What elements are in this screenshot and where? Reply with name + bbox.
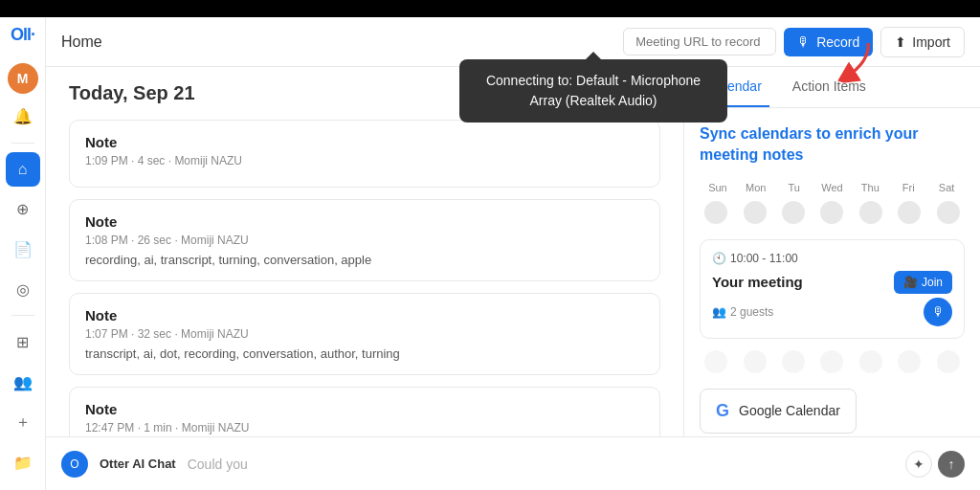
note-title-2: Note (85, 213, 644, 230)
send-button[interactable]: ↑ (938, 451, 965, 478)
cal-dot (898, 350, 921, 373)
profile-icon[interactable]: ⊕ (6, 192, 40, 227)
app-container: Oll· M 🔔 ⌂ ⊕ 📄 ◎ ⊞ 👥 ＋ 📁 Home 🎙 Record ⬆ (0, 17, 980, 490)
import-button[interactable]: ⬆ Import (880, 27, 965, 57)
main-wrapper: Home 🎙 Record ⬆ Import (46, 17, 980, 490)
day-wed: Wed (814, 182, 851, 193)
note-meta-3: 1:07 PM · 32 sec · Momiji NAZU (85, 327, 644, 341)
chat-input[interactable] (188, 457, 894, 472)
cal-dot (937, 350, 960, 373)
grid-icon[interactable]: ⊞ (6, 324, 40, 359)
meeting-card: 🕙 10:00 - 11:00 Your meeting 🎥 Join (700, 239, 965, 339)
add-icon[interactable]: ＋ (6, 405, 40, 439)
cal-dot (937, 201, 960, 224)
logo[interactable]: Oll· (11, 25, 34, 45)
note-meta-1: 1:09 PM · 4 sec · Momiji NAZU (85, 154, 644, 167)
connection-tooltip: Connecting to: Default - Microphone Arra… (459, 59, 727, 122)
chat-avatar: O (61, 451, 88, 478)
note-card-1[interactable]: Note 1:09 PM · 4 sec · Momiji NAZU (69, 120, 660, 188)
meeting-guests: 👥 2 guests (712, 305, 773, 319)
cal-dot (859, 201, 882, 224)
cal-dot (704, 201, 727, 224)
cal-dot (898, 201, 921, 224)
cal-dot (820, 201, 843, 224)
note-card-3[interactable]: Note 1:07 PM · 32 sec · Momiji NAZU tran… (69, 293, 660, 375)
calendar-day-headers: Sun Mon Tu Wed Thu Fri Sat (700, 182, 965, 193)
google-calendar-button[interactable]: G Google Calendar (700, 389, 857, 434)
meeting-title-row: Your meeting 🎥 Join (712, 271, 952, 294)
calendar-dots-row1 (700, 201, 965, 224)
note-meta-4: 12:47 PM · 1 min · Momiji NAZU (85, 421, 644, 434)
meeting-time: 🕙 10:00 - 11:00 (712, 252, 952, 265)
day-thu: Thu (852, 182, 888, 193)
chat-label: Otter AI Chat (100, 457, 176, 471)
user-avatar[interactable]: M (8, 63, 38, 94)
note-preview-2: recording, ai, transcript, turning, conv… (85, 253, 644, 267)
day-mon: Mon (738, 182, 774, 193)
folder-icon[interactable]: 📁 (6, 445, 40, 479)
note-title-1: Note (85, 134, 644, 150)
google-icon: G (716, 401, 729, 421)
note-meta-2: 1:08 PM · 26 sec · Momiji NAZU (85, 234, 644, 247)
cal-dot (744, 201, 767, 224)
sidebar-divider2 (11, 315, 34, 316)
note-preview-3: transcript, ai, dot, recording, conversa… (85, 346, 644, 361)
note-title-4: Note (85, 401, 644, 417)
note-card-4[interactable]: Note 12:47 PM · 1 min · Momiji NAZU (69, 387, 660, 436)
sync-heading: Sync calendars to enrich your meeting no… (700, 123, 965, 167)
sidebar-divider (11, 143, 34, 144)
day-sat: Sat (928, 182, 965, 193)
notes-icon[interactable]: 📄 (6, 233, 40, 267)
chat-actions: ✦ ↑ (905, 451, 965, 478)
mic-icon: 🎙 (797, 34, 811, 50)
right-panel-content: Sync calendars to enrich your meeting no… (684, 108, 980, 436)
upload-icon: ⬆ (895, 34, 906, 50)
day-fri: Fri (890, 182, 926, 193)
cal-dot (704, 350, 727, 373)
note-card-2[interactable]: Note 1:08 PM · 26 sec · Momiji NAZU reco… (69, 199, 660, 281)
mic-circle-button[interactable]: 🎙 (924, 298, 952, 326)
header-actions: 🎙 Record ⬆ Import (623, 27, 965, 57)
meeting-url-input[interactable] (623, 28, 776, 56)
day-sun: Sun (700, 182, 736, 193)
guests-icon: 👥 (712, 305, 726, 319)
video-icon: 🎥 (903, 276, 918, 289)
cal-dot (744, 350, 767, 373)
clock-icon: 🕙 (712, 252, 726, 265)
calendar-dots-row2 (700, 350, 965, 373)
top-bar (0, 0, 980, 17)
home-icon[interactable]: ⌂ (6, 152, 40, 187)
magic-button[interactable]: ✦ (905, 451, 932, 478)
day-tu: Tu (776, 182, 813, 193)
right-panel: Calendar Action Items Sync calendars to … (683, 67, 980, 436)
bell-icon[interactable]: 🔔 (6, 100, 40, 134)
cal-dot (782, 350, 805, 373)
meeting-title-text: Your meeting (712, 274, 803, 290)
cal-dot (782, 201, 805, 224)
sidebar: Oll· M 🔔 ⌂ ⊕ 📄 ◎ ⊞ 👥 ＋ 📁 (0, 17, 46, 490)
share-icon[interactable]: ◎ (6, 273, 40, 307)
page-title: Home (61, 33, 623, 51)
cal-dot (859, 350, 882, 373)
header: Home 🎙 Record ⬆ Import (46, 17, 980, 67)
note-title-3: Note (85, 307, 644, 323)
cal-dot (820, 350, 843, 373)
join-button[interactable]: 🎥 Join (894, 271, 952, 294)
chat-bar: O Otter AI Chat ✦ ↑ (46, 436, 980, 490)
people-icon[interactable]: 👥 (6, 365, 40, 399)
